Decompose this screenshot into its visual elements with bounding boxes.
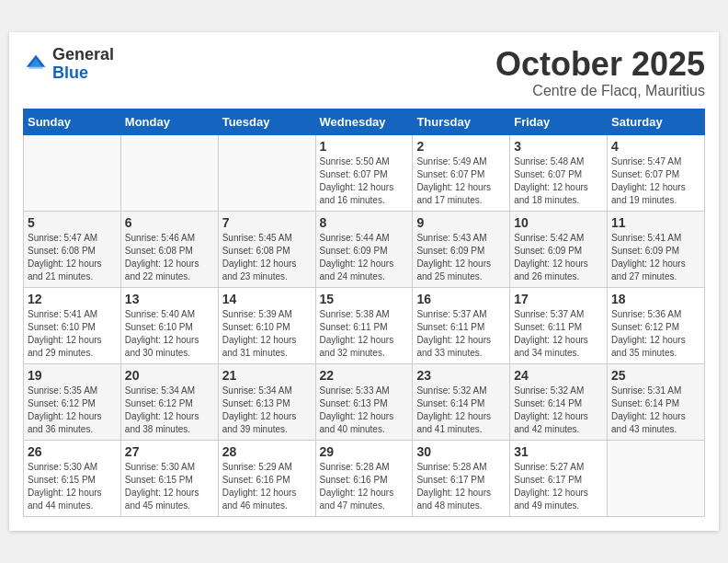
calendar-day-cell: 22Sunrise: 5:33 AM Sunset: 6:13 PM Dayli… xyxy=(315,363,413,440)
calendar-day-cell: 1Sunrise: 5:50 AM Sunset: 6:07 PM Daylig… xyxy=(315,134,413,211)
calendar-week-row: 5Sunrise: 5:47 AM Sunset: 6:08 PM Daylig… xyxy=(24,211,705,287)
weekday-header-friday: Friday xyxy=(510,109,608,134)
day-info: Sunrise: 5:47 AM Sunset: 6:08 PM Dayligh… xyxy=(28,232,117,283)
calendar-day-cell: 2Sunrise: 5:49 AM Sunset: 6:07 PM Daylig… xyxy=(413,134,510,211)
weekday-header-wednesday: Wednesday xyxy=(315,109,413,134)
calendar-day-cell xyxy=(24,134,121,211)
month-title: October 2025 xyxy=(495,46,705,83)
calendar-day-cell: 5Sunrise: 5:47 AM Sunset: 6:08 PM Daylig… xyxy=(24,211,121,287)
day-info: Sunrise: 5:32 AM Sunset: 6:14 PM Dayligh… xyxy=(514,385,603,436)
weekday-header-monday: Monday xyxy=(120,109,218,134)
calendar-day-cell: 16Sunrise: 5:37 AM Sunset: 6:11 PM Dayli… xyxy=(413,287,510,363)
calendar-day-cell: 14Sunrise: 5:39 AM Sunset: 6:10 PM Dayli… xyxy=(218,287,315,363)
calendar-day-cell: 4Sunrise: 5:47 AM Sunset: 6:07 PM Daylig… xyxy=(608,134,705,211)
day-info: Sunrise: 5:44 AM Sunset: 6:09 PM Dayligh… xyxy=(320,232,409,283)
day-info: Sunrise: 5:46 AM Sunset: 6:08 PM Dayligh… xyxy=(125,232,214,283)
day-number: 23 xyxy=(416,368,506,383)
calendar-day-cell: 19Sunrise: 5:35 AM Sunset: 6:12 PM Dayli… xyxy=(24,363,121,440)
calendar-day-cell: 15Sunrise: 5:38 AM Sunset: 6:11 PM Dayli… xyxy=(315,287,413,363)
day-info: Sunrise: 5:41 AM Sunset: 6:09 PM Dayligh… xyxy=(611,232,700,283)
calendar-day-cell: 27Sunrise: 5:30 AM Sunset: 6:15 PM Dayli… xyxy=(120,440,218,516)
weekday-header-saturday: Saturday xyxy=(608,109,705,134)
calendar-day-cell: 8Sunrise: 5:44 AM Sunset: 6:09 PM Daylig… xyxy=(315,211,413,287)
calendar-day-cell: 25Sunrise: 5:31 AM Sunset: 6:14 PM Dayli… xyxy=(608,363,705,440)
day-number: 5 xyxy=(28,215,117,230)
location-subtitle: Centre de Flacq, Mauritius xyxy=(495,83,705,99)
day-info: Sunrise: 5:48 AM Sunset: 6:07 PM Dayligh… xyxy=(514,155,603,207)
calendar-header: General Blue October 2025 Centre de Flac… xyxy=(23,46,705,99)
calendar-day-cell: 20Sunrise: 5:34 AM Sunset: 6:12 PM Dayli… xyxy=(120,363,218,440)
day-info: Sunrise: 5:36 AM Sunset: 6:12 PM Dayligh… xyxy=(611,308,700,360)
logo-icon xyxy=(23,52,49,77)
day-number: 30 xyxy=(416,444,506,459)
calendar-day-cell: 21Sunrise: 5:34 AM Sunset: 6:13 PM Dayli… xyxy=(218,363,315,440)
day-number: 29 xyxy=(320,444,409,459)
day-info: Sunrise: 5:34 AM Sunset: 6:12 PM Dayligh… xyxy=(125,385,214,436)
day-number: 10 xyxy=(514,215,603,230)
day-number: 12 xyxy=(28,292,117,306)
day-info: Sunrise: 5:28 AM Sunset: 6:17 PM Dayligh… xyxy=(416,461,506,512)
logo-blue-text: Blue xyxy=(52,63,88,82)
day-number: 2 xyxy=(416,139,506,154)
day-number: 18 xyxy=(611,292,700,306)
calendar-day-cell: 31Sunrise: 5:27 AM Sunset: 6:17 PM Dayli… xyxy=(510,440,608,516)
weekday-header-sunday: Sunday xyxy=(24,109,121,134)
calendar-day-cell: 29Sunrise: 5:28 AM Sunset: 6:16 PM Dayli… xyxy=(315,440,413,516)
day-info: Sunrise: 5:37 AM Sunset: 6:11 PM Dayligh… xyxy=(416,308,506,360)
calendar-week-row: 12Sunrise: 5:41 AM Sunset: 6:10 PM Dayli… xyxy=(24,287,705,363)
day-number: 26 xyxy=(28,444,117,459)
calendar-week-row: 26Sunrise: 5:30 AM Sunset: 6:15 PM Dayli… xyxy=(24,440,705,516)
day-number: 17 xyxy=(514,292,603,306)
calendar-week-row: 1Sunrise: 5:50 AM Sunset: 6:07 PM Daylig… xyxy=(24,134,705,211)
calendar-day-cell: 7Sunrise: 5:45 AM Sunset: 6:08 PM Daylig… xyxy=(218,211,315,287)
day-info: Sunrise: 5:32 AM Sunset: 6:14 PM Dayligh… xyxy=(416,385,506,436)
calendar-day-cell xyxy=(120,134,218,211)
day-info: Sunrise: 5:41 AM Sunset: 6:10 PM Dayligh… xyxy=(28,308,117,360)
day-info: Sunrise: 5:37 AM Sunset: 6:11 PM Dayligh… xyxy=(514,308,603,360)
day-info: Sunrise: 5:28 AM Sunset: 6:16 PM Dayligh… xyxy=(320,461,409,512)
logo-text: General Blue xyxy=(52,46,114,83)
day-info: Sunrise: 5:34 AM Sunset: 6:13 PM Dayligh… xyxy=(222,385,312,436)
logo-general-text: General xyxy=(52,45,114,63)
day-info: Sunrise: 5:29 AM Sunset: 6:16 PM Dayligh… xyxy=(222,461,312,512)
day-number: 19 xyxy=(28,368,117,383)
day-number: 24 xyxy=(514,368,603,383)
calendar-day-cell xyxy=(218,134,315,211)
calendar-container: General Blue October 2025 Centre de Flac… xyxy=(9,32,719,531)
day-info: Sunrise: 5:39 AM Sunset: 6:10 PM Dayligh… xyxy=(222,308,312,360)
calendar-day-cell: 23Sunrise: 5:32 AM Sunset: 6:14 PM Dayli… xyxy=(413,363,510,440)
day-info: Sunrise: 5:47 AM Sunset: 6:07 PM Dayligh… xyxy=(611,155,700,207)
day-number: 22 xyxy=(320,368,409,383)
day-number: 9 xyxy=(416,215,506,230)
day-number: 27 xyxy=(125,444,214,459)
day-number: 14 xyxy=(222,292,312,306)
calendar-day-cell: 26Sunrise: 5:30 AM Sunset: 6:15 PM Dayli… xyxy=(24,440,121,516)
day-info: Sunrise: 5:43 AM Sunset: 6:09 PM Dayligh… xyxy=(416,232,506,283)
day-info: Sunrise: 5:27 AM Sunset: 6:17 PM Dayligh… xyxy=(514,461,603,512)
day-info: Sunrise: 5:30 AM Sunset: 6:15 PM Dayligh… xyxy=(125,461,214,512)
day-number: 25 xyxy=(611,368,700,383)
day-info: Sunrise: 5:38 AM Sunset: 6:11 PM Dayligh… xyxy=(320,308,409,360)
day-number: 15 xyxy=(320,292,409,306)
day-number: 31 xyxy=(514,444,603,459)
day-number: 21 xyxy=(222,368,312,383)
day-number: 13 xyxy=(125,292,214,306)
calendar-day-cell: 18Sunrise: 5:36 AM Sunset: 6:12 PM Dayli… xyxy=(608,287,705,363)
calendar-day-cell: 24Sunrise: 5:32 AM Sunset: 6:14 PM Dayli… xyxy=(510,363,608,440)
day-number: 6 xyxy=(125,215,214,230)
calendar-day-cell: 10Sunrise: 5:42 AM Sunset: 6:09 PM Dayli… xyxy=(510,211,608,287)
calendar-day-cell: 9Sunrise: 5:43 AM Sunset: 6:09 PM Daylig… xyxy=(413,211,510,287)
calendar-day-cell: 30Sunrise: 5:28 AM Sunset: 6:17 PM Dayli… xyxy=(413,440,510,516)
day-number: 16 xyxy=(416,292,506,306)
day-number: 7 xyxy=(222,215,312,230)
day-info: Sunrise: 5:50 AM Sunset: 6:07 PM Dayligh… xyxy=(320,155,409,207)
calendar-day-cell: 13Sunrise: 5:40 AM Sunset: 6:10 PM Dayli… xyxy=(120,287,218,363)
calendar-day-cell xyxy=(608,440,705,516)
day-number: 20 xyxy=(125,368,214,383)
day-number: 28 xyxy=(222,444,312,459)
day-info: Sunrise: 5:31 AM Sunset: 6:14 PM Dayligh… xyxy=(611,385,700,436)
weekday-header-tuesday: Tuesday xyxy=(218,109,315,134)
logo: General Blue xyxy=(23,46,114,83)
day-info: Sunrise: 5:49 AM Sunset: 6:07 PM Dayligh… xyxy=(416,155,506,207)
day-info: Sunrise: 5:40 AM Sunset: 6:10 PM Dayligh… xyxy=(125,308,214,360)
